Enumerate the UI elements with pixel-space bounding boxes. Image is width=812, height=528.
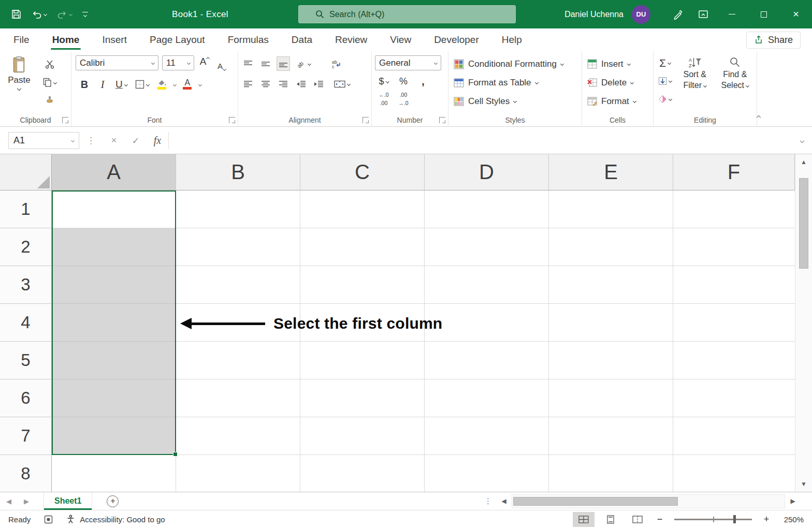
comma-style-button[interactable]: , bbox=[416, 74, 430, 89]
align-bottom-button[interactable] bbox=[277, 56, 290, 71]
column-header-F[interactable]: F bbox=[673, 154, 795, 190]
fill-handle[interactable] bbox=[173, 452, 178, 457]
font-dialog-launcher-icon[interactable] bbox=[229, 117, 235, 123]
sheet-tab-sheet1[interactable]: Sheet1 bbox=[44, 492, 92, 510]
formula-input[interactable] bbox=[168, 132, 799, 149]
column-header-A[interactable]: A bbox=[52, 154, 176, 190]
find-select-button[interactable]: Find & Select bbox=[716, 55, 755, 106]
insert-cells-button[interactable]: Insert bbox=[585, 55, 651, 72]
paste-button[interactable]: Paste bbox=[3, 54, 35, 108]
font-family-combobox[interactable]: Calibri bbox=[76, 55, 158, 70]
increase-font-size-button[interactable]: A bbox=[198, 56, 211, 70]
select-all-corner[interactable] bbox=[0, 154, 52, 190]
zoom-slider-thumb[interactable] bbox=[733, 515, 736, 523]
decrease-decimal-button[interactable]: .00 →.0 bbox=[397, 92, 410, 107]
share-button[interactable]: Share bbox=[746, 32, 801, 49]
horizontal-scroll-thumb[interactable] bbox=[513, 497, 678, 506]
column-header-C[interactable]: C bbox=[300, 154, 425, 190]
clear-button[interactable] bbox=[657, 92, 673, 106]
zoom-out-button[interactable]: − bbox=[654, 514, 666, 525]
percent-style-button[interactable]: % bbox=[397, 74, 410, 89]
page-break-view-button[interactable] bbox=[627, 512, 648, 527]
font-color-button[interactable]: A bbox=[181, 77, 194, 92]
tab-insert[interactable]: Insert bbox=[102, 28, 127, 51]
autosum-button[interactable]: Σ bbox=[657, 55, 673, 70]
fill-color-button[interactable] bbox=[155, 77, 169, 92]
align-center-button[interactable] bbox=[259, 77, 272, 91]
italic-button[interactable]: I bbox=[96, 77, 109, 92]
delete-cells-button[interactable]: Delete bbox=[585, 74, 651, 91]
row-header-7[interactable]: 7 bbox=[0, 417, 52, 455]
tab-data[interactable]: Data bbox=[292, 28, 312, 51]
ink-pen-button[interactable] bbox=[666, 0, 691, 28]
name-box[interactable]: A1 bbox=[8, 132, 79, 149]
borders-button[interactable] bbox=[134, 77, 151, 92]
close-button[interactable]: × bbox=[780, 0, 812, 28]
accounting-format-button[interactable]: $ bbox=[377, 74, 390, 89]
fill-button[interactable] bbox=[657, 74, 673, 88]
format-painter-button[interactable] bbox=[41, 93, 58, 108]
clipboard-dialog-launcher-icon[interactable] bbox=[62, 117, 68, 123]
column-header-E[interactable]: E bbox=[549, 154, 673, 190]
number-dialog-launcher-icon[interactable] bbox=[439, 117, 445, 123]
previous-sheet-button[interactable]: ◀ bbox=[0, 497, 18, 505]
expand-formula-bar-chevron-icon[interactable] bbox=[800, 138, 804, 142]
decrease-indent-button[interactable] bbox=[294, 77, 308, 91]
new-sheet-button[interactable]: + bbox=[107, 495, 119, 507]
collapse-ribbon-button[interactable] bbox=[757, 112, 760, 121]
format-cells-button[interactable]: Format bbox=[585, 93, 651, 110]
tab-view[interactable]: View bbox=[390, 28, 411, 51]
avatar[interactable]: DU bbox=[632, 5, 650, 24]
normal-view-button[interactable] bbox=[573, 512, 594, 527]
undo-button[interactable] bbox=[30, 8, 49, 21]
row-header-1[interactable]: 1 bbox=[0, 190, 52, 228]
insert-function-button[interactable]: fx bbox=[147, 132, 168, 149]
decrease-font-size-button[interactable]: A bbox=[215, 56, 228, 70]
customize-quick-access-button[interactable] bbox=[80, 10, 90, 19]
row-header-4[interactable]: 4 bbox=[0, 304, 52, 342]
tab-developer[interactable]: Developer bbox=[434, 28, 479, 51]
search-box[interactable]: Search (Alt+Q) bbox=[298, 5, 516, 23]
bold-button[interactable]: B bbox=[78, 77, 91, 92]
zoom-slider[interactable] bbox=[674, 519, 752, 520]
align-middle-button[interactable] bbox=[259, 56, 272, 71]
scroll-right-button[interactable]: ▶ bbox=[785, 494, 801, 508]
conditional-formatting-button[interactable]: Conditional Formatting bbox=[452, 55, 579, 72]
maximize-button[interactable] bbox=[748, 0, 780, 28]
tab-page-layout[interactable]: Page Layout bbox=[150, 28, 205, 51]
row-header-2[interactable]: 2 bbox=[0, 228, 52, 266]
vertical-scrollbar[interactable]: ▲ ▼ bbox=[795, 154, 812, 492]
zoom-level[interactable]: 250% bbox=[778, 515, 804, 524]
scroll-left-button[interactable]: ◀ bbox=[496, 494, 512, 508]
cell-styles-button[interactable]: Cell Styles bbox=[452, 93, 579, 110]
horizontal-scrollbar[interactable]: ◀ ▶ bbox=[496, 494, 801, 508]
column-header-D[interactable]: D bbox=[425, 154, 549, 190]
font-size-combobox[interactable]: 11 bbox=[162, 55, 194, 70]
fill-color-chevron-icon[interactable] bbox=[173, 82, 177, 86]
enter-entry-button[interactable]: ✓ bbox=[125, 132, 147, 149]
font-color-chevron-icon[interactable] bbox=[198, 82, 202, 86]
sort-filter-button[interactable]: AZ Sort & Filter bbox=[675, 55, 715, 106]
zoom-in-button[interactable]: + bbox=[760, 514, 773, 525]
formula-bar-drag-handle[interactable]: ⋮ bbox=[86, 135, 96, 146]
copy-button[interactable] bbox=[41, 75, 58, 90]
tab-help[interactable]: Help bbox=[502, 28, 522, 51]
alignment-dialog-launcher-icon[interactable] bbox=[363, 117, 369, 123]
vertical-scroll-thumb[interactable] bbox=[799, 178, 808, 269]
underline-button[interactable]: U bbox=[114, 77, 129, 92]
tab-home[interactable]: Home bbox=[52, 28, 80, 51]
scroll-down-button[interactable]: ▼ bbox=[795, 476, 812, 492]
save-button[interactable] bbox=[9, 7, 23, 21]
macro-record-icon[interactable] bbox=[44, 515, 53, 524]
align-left-button[interactable] bbox=[241, 77, 255, 91]
scroll-up-button[interactable]: ▲ bbox=[795, 154, 812, 170]
increase-indent-button[interactable] bbox=[312, 77, 325, 91]
merge-center-button[interactable] bbox=[332, 77, 352, 91]
tab-review[interactable]: Review bbox=[335, 28, 367, 51]
next-sheet-button[interactable]: ▶ bbox=[18, 497, 35, 505]
wrap-text-button[interactable]: abc bbox=[330, 56, 343, 71]
tab-file[interactable]: File bbox=[13, 28, 30, 51]
row-header-5[interactable]: 5 bbox=[0, 342, 52, 379]
user-name[interactable]: Daniel Uchenna bbox=[564, 10, 624, 19]
minimize-button[interactable] bbox=[716, 0, 748, 28]
